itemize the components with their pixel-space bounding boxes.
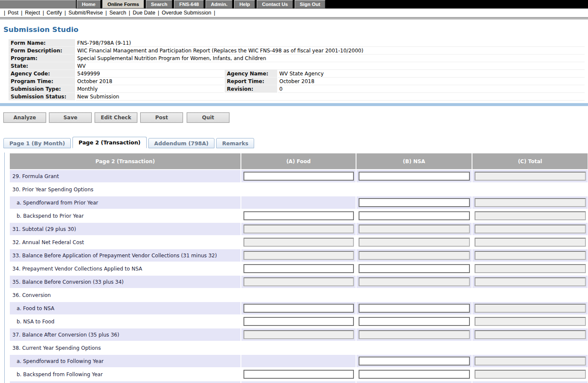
food-cell — [241, 223, 356, 235]
action-link-reject[interactable]: Reject — [25, 10, 40, 16]
tab-remarks[interactable]: Remarks — [216, 138, 254, 148]
nsa-cell — [356, 289, 472, 301]
tab-page-1-by-month[interactable]: Page 1 (By Month) — [3, 138, 71, 148]
nsa-cell — [356, 342, 472, 354]
tab-page-2-transaction[interactable]: Page 2 (Transaction) — [72, 137, 146, 148]
tab-addendum-798a[interactable]: Addendum (798A) — [148, 138, 214, 148]
accent-bar — [0, 103, 588, 106]
total-cell — [472, 328, 588, 341]
row-label: b. NSA to Food — [10, 315, 240, 328]
nav-button-help[interactable]: Help — [234, 0, 255, 9]
nav-button-search[interactable]: Search — [146, 0, 172, 9]
nsa-cell — [356, 249, 472, 262]
row-label: 29. Formula Grant — [10, 170, 240, 182]
nsa-cell — [356, 328, 472, 341]
nav-button-home[interactable]: Home — [77, 0, 101, 9]
total-input-row0 — [475, 172, 586, 181]
tab-panel: Page 2 (Transaction)(A) Food(B) NSA(C) T… — [4, 153, 588, 383]
post-button[interactable]: Post — [140, 112, 183, 123]
nsa-input-row5 — [359, 238, 470, 247]
info-label: Agency Name: — [225, 70, 277, 78]
total-cell — [472, 355, 588, 367]
food-cell — [241, 249, 356, 262]
action-link-submit-revise[interactable]: Submit/Revise — [69, 10, 103, 16]
nsa-input-row14[interactable] — [359, 357, 470, 366]
total-cell — [472, 262, 588, 275]
action-link-post[interactable]: Post — [8, 10, 18, 16]
toolbar: AnalyzeSaveEdit CheckPostQuit — [3, 112, 588, 123]
nsa-cell — [356, 210, 472, 222]
save-button[interactable]: Save — [49, 112, 92, 123]
food-cell — [241, 236, 356, 248]
action-link-due-date[interactable]: Due Date — [133, 10, 155, 16]
nsa-input-row11[interactable] — [359, 317, 470, 326]
total-cell — [472, 236, 588, 248]
info-value: Special Supplemental Nutrition Program f… — [76, 55, 585, 62]
info-value: 5499999 — [76, 70, 224, 78]
total-input-row6 — [475, 251, 586, 260]
food-cell — [241, 276, 356, 288]
table-row: b. Backspend from Following Year — [10, 368, 588, 380]
nsa-input-row2[interactable] — [359, 198, 470, 207]
action-separator: | — [64, 10, 66, 16]
action-link-overdue-submission[interactable]: Overdue Submission — [162, 10, 211, 16]
form-info-row: State:WV — [9, 62, 585, 70]
nsa-input-row0[interactable] — [359, 172, 470, 181]
nsa-input-row7[interactable] — [359, 264, 470, 273]
total-input-row2 — [475, 198, 586, 207]
action-separator: | — [4, 10, 5, 16]
food-input-row10[interactable] — [243, 304, 354, 313]
nav-button-contact-us[interactable]: Contact Us — [257, 0, 293, 9]
table-row: 36. Conversion — [10, 289, 588, 301]
nsa-input-row15[interactable] — [359, 370, 470, 379]
total-input-row14 — [475, 357, 586, 366]
food-cell — [241, 302, 356, 314]
food-cell — [241, 183, 356, 196]
food-input-row3[interactable] — [243, 211, 354, 220]
total-cell — [472, 381, 588, 383]
food-cell — [241, 355, 356, 367]
total-cell — [472, 368, 588, 380]
info-value: WIC Financial Management and Participati… — [76, 47, 585, 55]
action-nav: |Post|Reject|Certify|Submit/Revise|Searc… — [0, 9, 588, 17]
info-label: State: — [9, 62, 75, 70]
form-info-table: Form Name:FNS-798/798A (9-11)Form Descri… — [8, 39, 585, 101]
total-cell — [472, 223, 588, 235]
edit-check-button[interactable]: Edit Check — [95, 112, 137, 123]
info-label: Form Description: — [9, 47, 75, 55]
info-label: Submission Status: — [9, 93, 75, 101]
total-input-row11 — [475, 317, 586, 326]
tab-bar: Page 1 (By Month)Page 2 (Transaction)Add… — [3, 137, 588, 148]
food-input-row7[interactable] — [243, 264, 354, 273]
action-link-certify[interactable]: Certify — [46, 10, 62, 16]
nav-button-admin[interactable]: Admin. — [206, 0, 232, 9]
nsa-cell — [356, 355, 472, 367]
quit-button[interactable]: Quit — [187, 112, 229, 123]
form-info-body: Form Name:FNS-798/798A (9-11)Form Descri… — [9, 39, 585, 101]
total-input-row5 — [475, 238, 586, 247]
food-input-row15[interactable] — [243, 370, 354, 379]
total-input-row12 — [475, 330, 586, 339]
nsa-input-row3[interactable] — [359, 211, 470, 220]
row-label: 30. Prior Year Spending Options — [10, 183, 240, 196]
analyze-button[interactable]: Analyze — [3, 112, 46, 123]
total-cell — [472, 289, 588, 301]
grid-header-page-2-transaction: Page 2 (Transaction) — [10, 153, 240, 169]
total-cell — [472, 249, 588, 262]
total-input-row7 — [475, 264, 586, 273]
action-separator: | — [43, 10, 44, 16]
nsa-input-row4 — [359, 225, 470, 233]
grid-header-c-total: (C) Total — [472, 153, 588, 169]
food-input-row11[interactable] — [243, 317, 354, 326]
nsa-cell — [356, 262, 472, 275]
nav-button-online-forms[interactable]: Online Forms — [102, 0, 144, 9]
food-input-row0[interactable] — [243, 172, 354, 181]
action-link-search[interactable]: Search — [109, 10, 126, 16]
nav-button-sign-out[interactable]: Sign Out — [295, 0, 325, 9]
info-label: Agency Code: — [9, 70, 75, 78]
table-row: 38. Current Year Spending Options — [10, 342, 588, 354]
nsa-input-row10[interactable] — [359, 304, 470, 313]
nav-button-fns-648[interactable]: FNS-648 — [174, 0, 204, 9]
info-label: Program: — [9, 55, 75, 62]
form-info-row: Form Description:WIC Financial Managemen… — [9, 47, 585, 55]
